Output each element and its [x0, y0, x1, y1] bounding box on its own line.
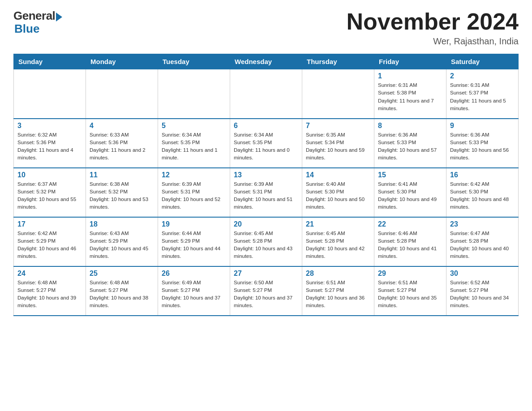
day-number: 1 [378, 72, 442, 80]
weekday-header-friday: Friday [374, 54, 446, 69]
calendar-cell: 8Sunrise: 6:36 AMSunset: 5:33 PMDaylight… [374, 119, 446, 168]
calendar-cell: 13Sunrise: 6:39 AMSunset: 5:31 PMDayligh… [230, 168, 302, 217]
day-info: Sunrise: 6:48 AMSunset: 5:27 PMDaylight:… [90, 280, 148, 308]
month-year-title: November 2024 [347, 9, 519, 34]
day-number: 19 [162, 220, 226, 228]
day-info: Sunrise: 6:46 AMSunset: 5:28 PMDaylight:… [378, 231, 437, 259]
weekday-header-sunday: Sunday [14, 54, 86, 69]
calendar-cell: 22Sunrise: 6:46 AMSunset: 5:28 PMDayligh… [374, 217, 446, 266]
day-number: 27 [234, 270, 298, 278]
day-info: Sunrise: 6:41 AMSunset: 5:30 PMDaylight:… [378, 181, 437, 210]
day-number: 23 [450, 220, 515, 228]
day-info: Sunrise: 6:44 AMSunset: 5:29 PMDaylight:… [162, 231, 220, 259]
weekday-header-tuesday: Tuesday [158, 54, 230, 69]
calendar-cell: 18Sunrise: 6:43 AMSunset: 5:29 PMDayligh… [86, 217, 158, 266]
calendar-cell [158, 69, 230, 119]
day-info: Sunrise: 6:37 AMSunset: 5:32 PMDaylight:… [17, 181, 76, 210]
day-info: Sunrise: 6:43 AMSunset: 5:29 PMDaylight:… [90, 231, 148, 259]
calendar-cell: 10Sunrise: 6:37 AMSunset: 5:32 PMDayligh… [14, 168, 86, 217]
day-number: 28 [306, 270, 370, 278]
calendar-cell: 27Sunrise: 6:50 AMSunset: 5:27 PMDayligh… [230, 266, 302, 316]
calendar-cell: 9Sunrise: 6:36 AMSunset: 5:33 PMDaylight… [446, 119, 519, 168]
day-number: 17 [17, 220, 82, 228]
day-info: Sunrise: 6:42 AMSunset: 5:29 PMDaylight:… [17, 231, 76, 259]
calendar-cell: 23Sunrise: 6:47 AMSunset: 5:28 PMDayligh… [446, 217, 519, 266]
calendar-cell: 6Sunrise: 6:34 AMSunset: 5:35 PMDaylight… [230, 119, 302, 168]
day-info: Sunrise: 6:39 AMSunset: 5:31 PMDaylight:… [234, 181, 292, 210]
calendar-cell: 11Sunrise: 6:38 AMSunset: 5:32 PMDayligh… [86, 168, 158, 217]
day-info: Sunrise: 6:34 AMSunset: 5:35 PMDaylight:… [234, 132, 290, 161]
day-number: 2 [450, 72, 515, 80]
day-info: Sunrise: 6:39 AMSunset: 5:31 PMDaylight:… [162, 181, 220, 210]
calendar-cell: 1Sunrise: 6:31 AMSunset: 5:38 PMDaylight… [374, 69, 446, 119]
logo: General Blue [13, 9, 62, 36]
day-info: Sunrise: 6:33 AMSunset: 5:36 PMDaylight:… [90, 132, 146, 161]
calendar-cell: 16Sunrise: 6:42 AMSunset: 5:30 PMDayligh… [446, 168, 519, 217]
calendar-cell: 19Sunrise: 6:44 AMSunset: 5:29 PMDayligh… [158, 217, 230, 266]
calendar-header-row: SundayMondayTuesdayWednesdayThursdayFrid… [14, 54, 519, 69]
calendar-cell [302, 69, 374, 119]
day-number: 6 [234, 122, 298, 130]
calendar-week-row: 3Sunrise: 6:32 AMSunset: 5:36 PMDaylight… [14, 119, 519, 168]
day-number: 21 [306, 220, 370, 228]
calendar-cell: 24Sunrise: 6:48 AMSunset: 5:27 PMDayligh… [14, 266, 86, 316]
calendar-cell [14, 69, 86, 119]
logo-general-text: General [13, 9, 55, 23]
day-number: 22 [378, 220, 442, 228]
calendar-cell [230, 69, 302, 119]
calendar-week-row: 24Sunrise: 6:48 AMSunset: 5:27 PMDayligh… [14, 266, 519, 316]
day-info: Sunrise: 6:49 AMSunset: 5:27 PMDaylight:… [162, 280, 220, 308]
calendar-cell: 2Sunrise: 6:31 AMSunset: 5:37 PMDaylight… [446, 69, 519, 119]
day-number: 3 [17, 122, 82, 130]
calendar-week-row: 1Sunrise: 6:31 AMSunset: 5:38 PMDaylight… [14, 69, 519, 119]
day-info: Sunrise: 6:45 AMSunset: 5:28 PMDaylight:… [306, 231, 365, 259]
calendar-cell: 3Sunrise: 6:32 AMSunset: 5:36 PMDaylight… [14, 119, 86, 168]
calendar-cell: 20Sunrise: 6:45 AMSunset: 5:28 PMDayligh… [230, 217, 302, 266]
location-subtitle: Wer, Rajasthan, India [347, 36, 519, 47]
day-info: Sunrise: 6:45 AMSunset: 5:28 PMDaylight:… [234, 231, 292, 259]
weekday-header-thursday: Thursday [302, 54, 374, 69]
logo-blue-text: Blue [13, 22, 39, 36]
day-info: Sunrise: 6:34 AMSunset: 5:35 PMDaylight:… [162, 132, 218, 161]
day-info: Sunrise: 6:32 AMSunset: 5:36 PMDaylight:… [17, 132, 73, 161]
day-info: Sunrise: 6:38 AMSunset: 5:32 PMDaylight:… [90, 181, 148, 210]
calendar-cell: 14Sunrise: 6:40 AMSunset: 5:30 PMDayligh… [302, 168, 374, 217]
day-number: 10 [17, 171, 82, 179]
day-info: Sunrise: 6:36 AMSunset: 5:33 PMDaylight:… [378, 132, 437, 161]
calendar-week-row: 10Sunrise: 6:37 AMSunset: 5:32 PMDayligh… [14, 168, 519, 217]
calendar-cell: 26Sunrise: 6:49 AMSunset: 5:27 PMDayligh… [158, 266, 230, 316]
title-area: November 2024 Wer, Rajasthan, India [347, 9, 519, 47]
day-number: 5 [162, 122, 226, 130]
calendar-cell: 4Sunrise: 6:33 AMSunset: 5:36 PMDaylight… [86, 119, 158, 168]
day-info: Sunrise: 6:36 AMSunset: 5:33 PMDaylight:… [450, 132, 509, 161]
day-number: 26 [162, 270, 226, 278]
day-info: Sunrise: 6:52 AMSunset: 5:27 PMDaylight:… [450, 280, 509, 308]
weekday-header-wednesday: Wednesday [230, 54, 302, 69]
day-info: Sunrise: 6:48 AMSunset: 5:27 PMDaylight:… [17, 280, 76, 308]
day-number: 11 [90, 171, 154, 179]
day-number: 8 [378, 122, 442, 130]
calendar-cell: 17Sunrise: 6:42 AMSunset: 5:29 PMDayligh… [14, 217, 86, 266]
calendar-cell: 28Sunrise: 6:51 AMSunset: 5:27 PMDayligh… [302, 266, 374, 316]
calendar-cell: 21Sunrise: 6:45 AMSunset: 5:28 PMDayligh… [302, 217, 374, 266]
calendar-cell: 12Sunrise: 6:39 AMSunset: 5:31 PMDayligh… [158, 168, 230, 217]
day-number: 30 [450, 270, 515, 278]
day-number: 29 [378, 270, 442, 278]
day-info: Sunrise: 6:51 AMSunset: 5:27 PMDaylight:… [378, 280, 437, 308]
day-info: Sunrise: 6:42 AMSunset: 5:30 PMDaylight:… [450, 181, 509, 210]
weekday-header-saturday: Saturday [446, 54, 519, 69]
logo-arrow-icon [56, 13, 62, 21]
calendar-cell: 30Sunrise: 6:52 AMSunset: 5:27 PMDayligh… [446, 266, 519, 316]
day-number: 15 [378, 171, 442, 179]
day-number: 4 [90, 122, 154, 130]
calendar-cell: 29Sunrise: 6:51 AMSunset: 5:27 PMDayligh… [374, 266, 446, 316]
day-info: Sunrise: 6:51 AMSunset: 5:27 PMDaylight:… [306, 280, 365, 308]
day-number: 24 [17, 270, 82, 278]
day-number: 9 [450, 122, 515, 130]
calendar-cell: 7Sunrise: 6:35 AMSunset: 5:34 PMDaylight… [302, 119, 374, 168]
calendar-cell: 25Sunrise: 6:48 AMSunset: 5:27 PMDayligh… [86, 266, 158, 316]
day-number: 12 [162, 171, 226, 179]
day-info: Sunrise: 6:47 AMSunset: 5:28 PMDaylight:… [450, 231, 509, 259]
day-info: Sunrise: 6:50 AMSunset: 5:27 PMDaylight:… [234, 280, 292, 308]
day-number: 18 [90, 220, 154, 228]
